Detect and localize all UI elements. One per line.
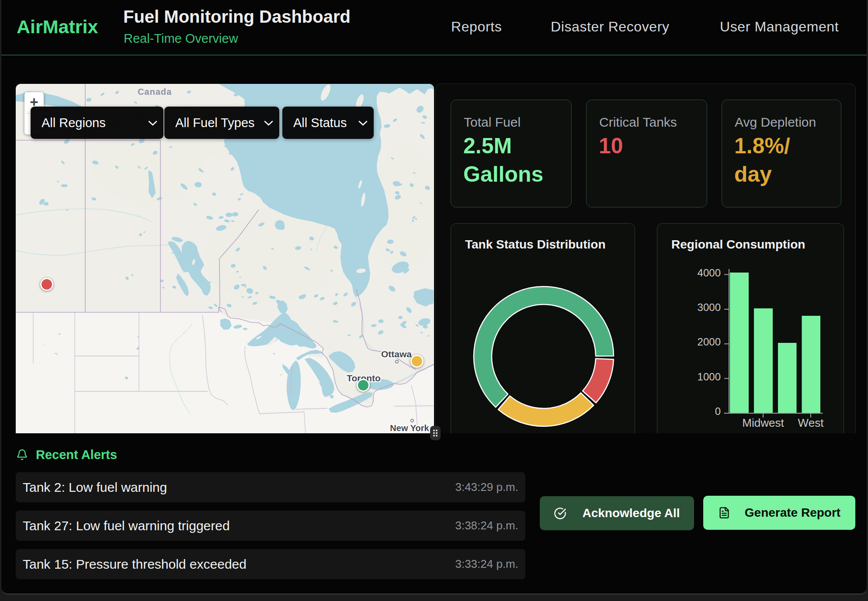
svg-text:1000: 1000: [698, 371, 721, 383]
svg-text:0: 0: [715, 405, 721, 417]
svg-text:4000: 4000: [698, 267, 721, 279]
svg-text:Midwest: Midwest: [742, 416, 784, 429]
svg-text:3000: 3000: [698, 301, 721, 313]
svg-text:2000: 2000: [698, 336, 721, 348]
svg-text:West: West: [798, 416, 824, 429]
